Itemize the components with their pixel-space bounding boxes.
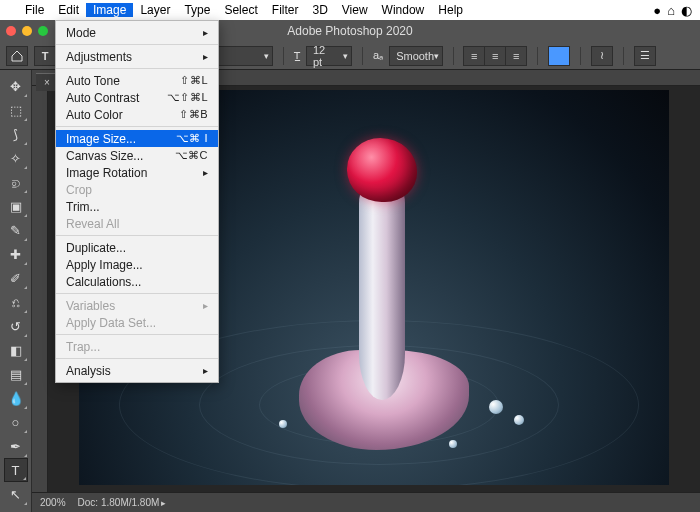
- warp-text-button[interactable]: ≀: [591, 46, 613, 66]
- text-color-swatch[interactable]: [548, 46, 570, 66]
- menu-type[interactable]: Type: [177, 3, 217, 17]
- menu-window[interactable]: Window: [375, 3, 432, 17]
- user-icon[interactable]: ◐: [681, 3, 692, 18]
- menu-item-label: Auto Contrast: [66, 91, 139, 105]
- menu-item-label: Image Size...: [66, 132, 136, 146]
- menu-item-label: Apply Image...: [66, 258, 143, 272]
- menu-item-auto-tone[interactable]: Auto Tone⇧⌘L: [56, 72, 218, 89]
- menu-item-mode[interactable]: Mode: [56, 24, 218, 41]
- dodge-tool[interactable]: ○: [4, 410, 28, 434]
- menu-item-label: Crop: [66, 183, 92, 197]
- panels-button[interactable]: ☰: [634, 46, 656, 66]
- menu-edit[interactable]: Edit: [51, 3, 86, 17]
- lasso-tool[interactable]: ⟆: [4, 122, 28, 146]
- separator: [283, 47, 284, 65]
- menu-item-adjustments[interactable]: Adjustments: [56, 48, 218, 65]
- app-title: Adobe Photoshop 2020: [287, 24, 412, 38]
- menu-image[interactable]: Image: [86, 3, 133, 17]
- menu-item-image-rotation[interactable]: Image Rotation: [56, 164, 218, 181]
- menu-item-apply-image[interactable]: Apply Image...: [56, 256, 218, 273]
- menu-item-duplicate[interactable]: Duplicate...: [56, 239, 218, 256]
- align-left-button[interactable]: ≡: [463, 46, 485, 66]
- menu-item-label: Analysis: [66, 364, 111, 378]
- menu-separator: [56, 68, 218, 69]
- menu-item-label: Mode: [66, 26, 96, 40]
- menu-item-canvas-size[interactable]: Canvas Size...⌥⌘C: [56, 147, 218, 164]
- menu-separator: [56, 126, 218, 127]
- doc-info[interactable]: Doc: 1.80M/1.80M▸: [78, 497, 167, 508]
- tool-preset-button[interactable]: T: [34, 46, 56, 66]
- path-select-tool[interactable]: ↖: [4, 482, 28, 506]
- menu-separator: [56, 358, 218, 359]
- menu-item-auto-color[interactable]: Auto Color⇧⌘B: [56, 106, 218, 123]
- eraser-tool[interactable]: ◧: [4, 338, 28, 362]
- toolbox: × 1-W… ✥⬚⟆✧⟄▣✎✚✐⎌↺◧▤💧○✒T↖□✋🔍: [0, 70, 32, 512]
- menu-item-image-size[interactable]: Image Size...⌥⌘ I: [56, 130, 218, 147]
- chevron-right-icon: ▸: [161, 498, 166, 508]
- menu-item-trim[interactable]: Trim...: [56, 198, 218, 215]
- window-controls[interactable]: [6, 26, 48, 36]
- menu-help[interactable]: Help: [431, 3, 470, 17]
- menu-view[interactable]: View: [335, 3, 375, 17]
- separator: [362, 47, 363, 65]
- antialias-select[interactable]: Smooth: [389, 46, 443, 66]
- rect-marquee-tool[interactable]: ⬚: [4, 98, 28, 122]
- menu-item-label: Adjustments: [66, 50, 132, 64]
- close-window-icon[interactable]: [6, 26, 16, 36]
- align-center-button[interactable]: ≡: [484, 46, 506, 66]
- eyedropper-tool[interactable]: ✎: [4, 218, 28, 242]
- menu-shortcut: ⇧⌘B: [179, 108, 208, 121]
- font-size-icon: T̲: [294, 50, 300, 61]
- menu-item-label: Reveal All: [66, 217, 119, 231]
- clone-stamp-tool[interactable]: ⎌: [4, 290, 28, 314]
- menu-file[interactable]: File: [18, 3, 51, 17]
- menu-filter[interactable]: Filter: [265, 3, 306, 17]
- menu-layer[interactable]: Layer: [133, 3, 177, 17]
- menu-shortcut: ⌥⌘ I: [176, 132, 208, 145]
- image-menu-dropdown: ModeAdjustmentsAuto Tone⇧⌘LAuto Contrast…: [55, 20, 219, 383]
- menu-item-variables: Variables: [56, 297, 218, 314]
- blur-tool[interactable]: 💧: [4, 386, 28, 410]
- status-indicator-icon: ●: [653, 3, 661, 18]
- menu-select[interactable]: Select: [217, 3, 264, 17]
- menu-item-label: Image Rotation: [66, 166, 147, 180]
- home-button[interactable]: [6, 46, 28, 66]
- menu-item-auto-contrast[interactable]: Auto Contrast⌥⇧⌘L: [56, 89, 218, 106]
- spot-heal-tool[interactable]: ✚: [4, 242, 28, 266]
- mac-menubar: FileEditImageLayerTypeSelectFilter3DView…: [0, 0, 700, 20]
- zoom-level[interactable]: 200%: [40, 497, 66, 508]
- splash-stalk: [359, 180, 405, 400]
- crop-tool[interactable]: ⟄: [4, 170, 28, 194]
- menu-separator: [56, 235, 218, 236]
- separator: [537, 47, 538, 65]
- zoom-window-icon[interactable]: [38, 26, 48, 36]
- menu-item-label: Duplicate...: [66, 241, 126, 255]
- move-tool[interactable]: ✥: [4, 74, 28, 98]
- menu-item-calculations[interactable]: Calculations...: [56, 273, 218, 290]
- menu-item-label: Canvas Size...: [66, 149, 143, 163]
- menu-shortcut: ⌥⌘C: [175, 149, 208, 162]
- minimize-window-icon[interactable]: [22, 26, 32, 36]
- menu-3d[interactable]: 3D: [305, 3, 334, 17]
- brush-tool[interactable]: ✐: [4, 266, 28, 290]
- ruler-vertical[interactable]: [32, 86, 48, 492]
- type-tool[interactable]: T: [4, 458, 28, 482]
- history-brush-tool[interactable]: ↺: [4, 314, 28, 338]
- menu-item-label: Auto Color: [66, 108, 123, 122]
- antialias-icon: aₐ: [373, 49, 383, 62]
- separator: [453, 47, 454, 65]
- status-bar: 200% Doc: 1.80M/1.80M▸: [32, 492, 700, 512]
- frame-tool[interactable]: ▣: [4, 194, 28, 218]
- menu-item-label: Trap...: [66, 340, 100, 354]
- font-size-select[interactable]: 12 pt: [306, 46, 352, 66]
- menu-item-analysis[interactable]: Analysis: [56, 362, 218, 379]
- align-right-button[interactable]: ≡: [505, 46, 527, 66]
- pen-tool[interactable]: ✒: [4, 434, 28, 458]
- text-align-group: ≡ ≡ ≡: [464, 46, 527, 66]
- menu-shortcut: ⇧⌘L: [180, 74, 208, 87]
- gradient-tool[interactable]: ▤: [4, 362, 28, 386]
- magic-wand-tool[interactable]: ✧: [4, 146, 28, 170]
- rectangle-tool[interactable]: □: [4, 506, 28, 512]
- menu-item-label: Trim...: [66, 200, 100, 214]
- menubar-right: ● ⌂ ◐: [653, 3, 692, 18]
